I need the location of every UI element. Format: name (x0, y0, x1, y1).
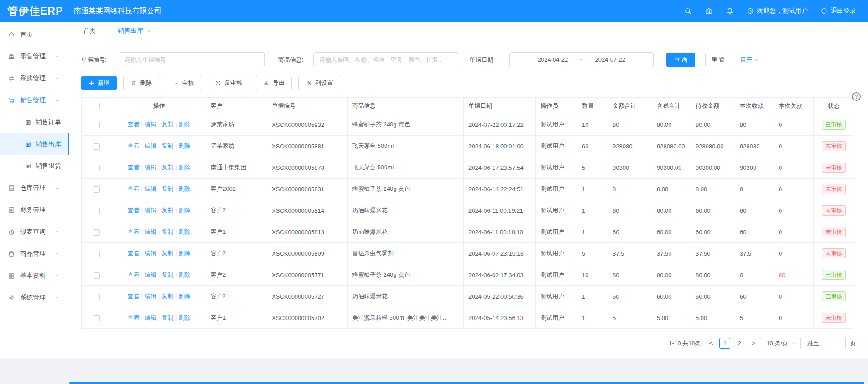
view-link[interactable]: 查看 (127, 228, 139, 235)
sidebar-item-retail[interactable]: 零售管理 (0, 46, 69, 68)
logout-button[interactable]: 退出登录 (821, 7, 856, 15)
delete-link[interactable]: 删除 (179, 293, 191, 300)
view-link[interactable]: 查看 (127, 293, 139, 300)
view-link[interactable]: 查看 (127, 314, 139, 321)
delete-link[interactable]: 删除 (179, 142, 191, 149)
delete-link[interactable]: 删除 (179, 228, 191, 235)
prev-page-arrow[interactable]: < (707, 340, 715, 347)
delete-button[interactable]: 删除 (123, 76, 159, 90)
row-checkbox[interactable] (94, 315, 100, 321)
copy-link[interactable]: 复制 (161, 207, 173, 214)
edit-link[interactable]: 编辑 (145, 271, 156, 278)
sidebar-item-report[interactable]: 报表查询 (0, 221, 69, 243)
row-checkbox[interactable] (94, 294, 100, 300)
edit-link[interactable]: 编辑 (145, 185, 156, 192)
view-link[interactable]: 查看 (127, 121, 139, 128)
delete-link[interactable]: 删除 (179, 314, 191, 321)
edit-link[interactable]: 编辑 (145, 293, 156, 300)
cell-amount: 80 (608, 264, 652, 286)
sidebar-item-finance[interactable]: 财务管理 (0, 199, 69, 221)
date-from-input[interactable] (526, 56, 580, 63)
copy-link[interactable]: 复制 (161, 250, 173, 257)
copy-link[interactable]: 复制 (161, 164, 173, 171)
row-checkbox[interactable] (94, 208, 100, 214)
page-number-1[interactable]: 1 (719, 338, 730, 349)
audit-button[interactable]: 审核 (166, 76, 201, 90)
view-link[interactable]: 查看 (127, 185, 139, 192)
copy-link[interactable]: 复制 (161, 314, 173, 321)
sidebar-item-sales-return[interactable]: 销售退货 (0, 155, 69, 177)
edit-link[interactable]: 编辑 (145, 228, 156, 235)
sidebar-item-product[interactable]: 商品管理 (0, 243, 69, 265)
row-checkbox[interactable] (94, 229, 100, 236)
page-size-select[interactable]: 10 条/页 (762, 337, 801, 349)
sidebar-item-system[interactable]: 系统管理 (0, 287, 69, 309)
row-checkbox[interactable] (94, 143, 100, 150)
delete-link[interactable]: 删除 (179, 271, 191, 278)
page-number-2[interactable]: 2 (734, 338, 745, 349)
view-link[interactable]: 查看 (127, 164, 139, 171)
reset-button[interactable]: 重置 (705, 53, 731, 67)
copy-link[interactable]: 复制 (161, 271, 173, 278)
link-separator: | (175, 314, 177, 321)
link-separator: | (158, 293, 160, 300)
welcome-user[interactable]: 欢迎您，测试用户 (747, 7, 808, 15)
bell-icon[interactable] (726, 7, 734, 15)
cell-product: 雷达杀虫气雾剂 (348, 243, 464, 264)
bank-icon[interactable] (705, 7, 713, 15)
row-checkbox[interactable] (94, 122, 100, 128)
horizontal-scrollbar[interactable] (69, 382, 864, 384)
column-settings-button[interactable]: 列设置 (298, 76, 340, 90)
edit-link[interactable]: 编辑 (145, 250, 156, 257)
view-link[interactable]: 查看 (127, 142, 139, 149)
row-checkbox[interactable] (94, 186, 100, 193)
view-link[interactable]: 查看 (127, 207, 139, 214)
edit-link[interactable]: 编辑 (145, 121, 156, 128)
row-checkbox[interactable] (94, 272, 100, 279)
edit-link[interactable]: 编辑 (145, 314, 156, 321)
copy-link[interactable]: 复制 (161, 293, 173, 300)
expand-toggle[interactable]: 展开 (740, 56, 759, 64)
delete-link[interactable]: 删除 (179, 250, 191, 257)
sidebar-item-purchase[interactable]: 采购管理 (0, 68, 69, 89)
help-icon[interactable]: ? (852, 92, 861, 101)
sidebar-item-basic[interactable]: 基本资料 (0, 265, 69, 287)
link-separator: | (175, 164, 177, 171)
copy-link[interactable]: 复制 (161, 121, 173, 128)
sidebar-item-home[interactable]: 首页 (0, 24, 69, 46)
sidebar-item-sales-outbound[interactable]: 销售出库 (0, 133, 69, 155)
product-info-input[interactable] (313, 52, 459, 67)
view-link[interactable]: 查看 (127, 271, 139, 278)
view-link[interactable]: 查看 (127, 250, 139, 257)
sidebar-item-warehouse[interactable]: 仓库管理 (0, 177, 69, 199)
doc-no-input[interactable] (119, 52, 265, 67)
date-range-picker[interactable]: ~ (509, 52, 654, 67)
delete-link[interactable]: 删除 (179, 164, 191, 171)
export-button[interactable]: 导出 (256, 76, 292, 90)
edit-link[interactable]: 编辑 (145, 142, 156, 149)
sidebar-item-sales[interactable]: 销售管理 (0, 89, 69, 111)
delete-link[interactable]: 删除 (179, 185, 191, 192)
row-checkbox[interactable] (94, 165, 100, 171)
delete-link[interactable]: 删除 (179, 207, 191, 214)
jump-page-input[interactable] (824, 337, 846, 349)
date-to-input[interactable] (583, 56, 637, 63)
close-icon[interactable] (147, 29, 151, 33)
edit-link[interactable]: 编辑 (145, 207, 156, 214)
copy-link[interactable]: 复制 (161, 142, 173, 149)
select-all-checkbox[interactable] (94, 103, 100, 109)
add-button[interactable]: 新增 (81, 76, 117, 90)
cell-operator: 测试用户 (536, 286, 577, 307)
copy-link[interactable]: 复制 (161, 228, 173, 235)
tab-home[interactable]: 首页 (83, 27, 96, 35)
tab-sales-outbound[interactable]: 销售出库 (118, 27, 151, 35)
search-icon[interactable] (684, 7, 692, 15)
unaudit-button[interactable]: 反审核 (208, 76, 249, 90)
delete-link[interactable]: 删除 (179, 121, 191, 128)
copy-link[interactable]: 复制 (161, 185, 173, 192)
search-button[interactable]: 查询 (666, 53, 695, 67)
next-page-arrow[interactable]: > (749, 340, 757, 347)
edit-link[interactable]: 编辑 (145, 164, 156, 171)
sidebar-item-sales-order[interactable]: 销售订单 (0, 111, 69, 133)
row-checkbox[interactable] (94, 251, 100, 257)
